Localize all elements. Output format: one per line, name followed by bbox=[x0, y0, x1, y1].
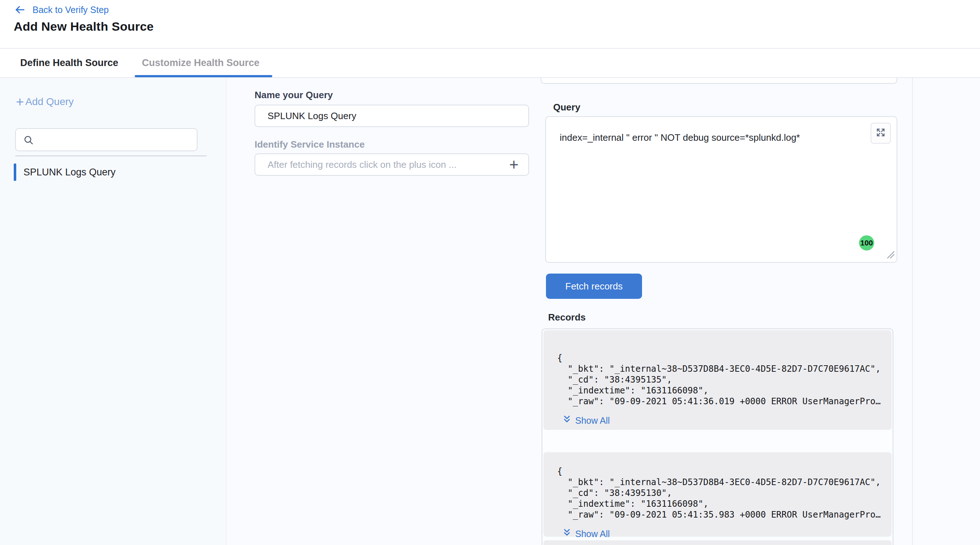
selected-indicator-bar bbox=[14, 164, 16, 181]
page-title: Add New Health Source bbox=[14, 19, 154, 33]
tab-bar: Define Health Source Customize Health So… bbox=[0, 49, 980, 78]
json-line: "_raw": "09-09-2021 05:41:35.983 +0000 E… bbox=[557, 509, 891, 520]
show-all-link[interactable]: Show All bbox=[562, 415, 891, 426]
records-panel: { "_bkt": "_internal~38~D537D8B4-3EC0-4D… bbox=[542, 329, 893, 545]
plus-icon: + bbox=[509, 156, 519, 173]
name-query-label: Name your Query bbox=[255, 89, 333, 101]
back-link-label: Back to Verify Step bbox=[32, 5, 109, 15]
record-card: { "_bkt": "_internal~38~D537D8B4-3EC0-4D… bbox=[543, 452, 891, 537]
double-chevron-down-icon bbox=[562, 528, 572, 540]
json-line: "_raw": "09-09-2021 05:41:36.019 +0000 E… bbox=[557, 396, 891, 407]
plus-icon: + bbox=[16, 97, 24, 107]
record-json: { "_bkt": "_internal~38~D537D8B4-3EC0-4D… bbox=[543, 330, 891, 407]
double-chevron-down-icon bbox=[562, 415, 572, 426]
resize-grip-icon[interactable] bbox=[885, 249, 895, 260]
add-query-label: Add Query bbox=[25, 96, 74, 108]
query-item-label: SPLUNK Logs Query bbox=[24, 167, 116, 178]
json-line: "_cd": "38:4395130", bbox=[557, 488, 891, 499]
search-input[interactable] bbox=[38, 130, 191, 149]
sidebar-item-splunk-logs-query[interactable]: SPLUNK Logs Query bbox=[14, 164, 116, 181]
query-editor[interactable]: index=_internal " error " NOT debug sour… bbox=[545, 116, 897, 263]
service-instance-field: + bbox=[255, 153, 529, 176]
records-label: Records bbox=[548, 312, 586, 323]
query-sidebar: + Add Query SPLUNK Logs Query bbox=[0, 78, 226, 545]
record-json: { "_bkt": "_internal~38~D537D8B4-3EC0-4D… bbox=[543, 452, 891, 520]
json-line: "_bkt": "_internal~38~D537D8B4-3EC0-4D5E… bbox=[557, 364, 891, 374]
json-line: { bbox=[557, 353, 891, 364]
json-line: { bbox=[557, 466, 891, 477]
add-health-source-screen: Back to Verify Step Add New Health Sourc… bbox=[0, 0, 980, 545]
record-count-badge: 100 bbox=[859, 235, 874, 251]
tab-customize-health-source[interactable]: Customize Health Source bbox=[142, 57, 259, 68]
tab-define-health-source[interactable]: Define Health Source bbox=[20, 57, 118, 68]
query-text[interactable]: index=_internal " error " NOT debug sour… bbox=[560, 132, 857, 143]
show-all-label: Show All bbox=[575, 415, 610, 426]
sidebar-divider bbox=[15, 156, 207, 156]
json-line: "_bkt": "_internal~38~D537D8B4-3EC0-4D5E… bbox=[557, 477, 891, 488]
fetch-records-button[interactable]: Fetch records bbox=[546, 273, 642, 299]
service-instance-input[interactable] bbox=[255, 153, 529, 176]
back-arrow-icon bbox=[14, 4, 26, 15]
json-line: "_indextime": "1631166098", bbox=[557, 499, 891, 509]
service-instance-add-button[interactable]: + bbox=[504, 154, 523, 175]
query-label: Query bbox=[553, 102, 580, 113]
json-line: "_cd": "38:4395135", bbox=[557, 374, 891, 385]
right-panel-divider bbox=[912, 78, 913, 545]
active-tab-indicator bbox=[135, 75, 272, 77]
query-name-input[interactable] bbox=[255, 105, 529, 127]
header: Back to Verify Step Add New Health Sourc… bbox=[0, 0, 980, 49]
json-line: "_indextime": "1631166098", bbox=[557, 385, 891, 396]
back-link[interactable]: Back to Verify Step bbox=[14, 4, 109, 15]
expand-query-button[interactable] bbox=[870, 123, 891, 144]
query-search-box bbox=[15, 128, 197, 151]
content-area: + Add Query SPLUNK Logs Query Name your … bbox=[0, 78, 980, 545]
record-card: { "_bkt": "_internal~38~D537D8B4-3EC0-4D… bbox=[543, 330, 891, 430]
service-instance-label: Identify Service Instance bbox=[255, 139, 365, 150]
add-query-button[interactable]: + Add Query bbox=[16, 96, 74, 108]
show-all-link[interactable]: Show All bbox=[562, 528, 891, 540]
record-card bbox=[543, 540, 891, 545]
show-all-label: Show All bbox=[575, 529, 610, 539]
expand-icon bbox=[876, 127, 886, 139]
